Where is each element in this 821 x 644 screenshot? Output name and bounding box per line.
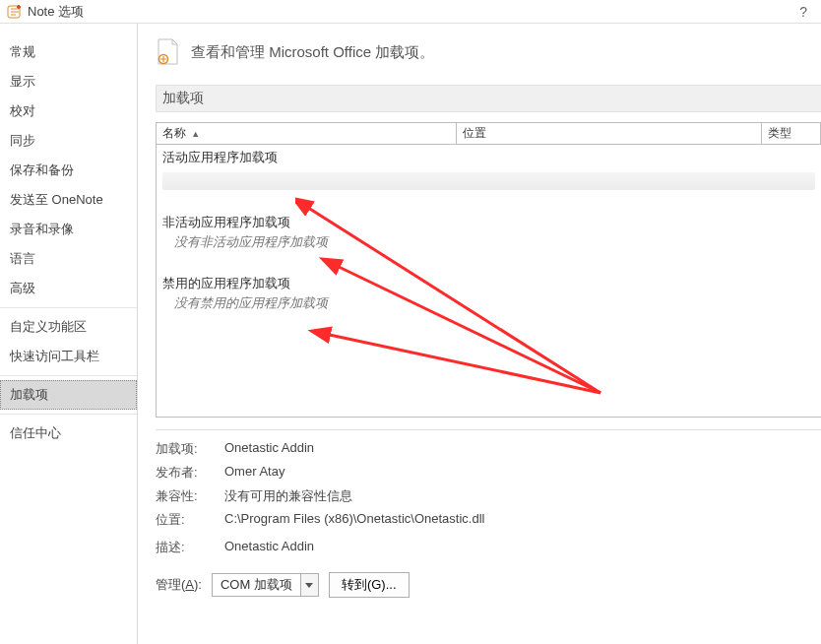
- detail-value-publisher: Omer Atay: [224, 464, 284, 482]
- detail-label-addin: 加载项:: [156, 440, 224, 458]
- manage-combo-value: COM 加载项: [213, 576, 300, 594]
- sidebar-item-trust-center[interactable]: 信任中心: [0, 419, 137, 448]
- section-title-addins: 加载项: [156, 85, 821, 112]
- column-header-name-label: 名称: [162, 126, 186, 140]
- manage-combo[interactable]: COM 加载项: [212, 573, 319, 597]
- column-header-location[interactable]: 位置: [457, 123, 762, 144]
- addins-header-icon: [156, 37, 181, 67]
- sidebar-item-customize-ribbon[interactable]: 自定义功能区: [0, 312, 137, 342]
- sidebar-separator: [0, 375, 137, 376]
- detail-value-compat: 没有可用的兼容性信息: [224, 487, 352, 505]
- sidebar-item-audio-video[interactable]: 录音和录像: [0, 215, 137, 244]
- window-title: Note 选项: [28, 3, 84, 21]
- table-header: 名称 ▲ 位置 类型: [157, 123, 821, 145]
- page-subtitle: 查看和管理 Microsoft Office 加载项。: [191, 43, 434, 62]
- sidebar-separator: [0, 414, 137, 415]
- sidebar-item-addins[interactable]: 加载项: [0, 380, 137, 410]
- sidebar-item-quick-access[interactable]: 快速访问工具栏: [0, 342, 137, 371]
- sidebar-separator: [0, 307, 137, 308]
- manage-label: 管理(A):: [156, 576, 202, 594]
- manage-label-pre: 管理(: [156, 577, 185, 592]
- sidebar-item-general[interactable]: 常规: [0, 37, 137, 67]
- manage-label-post: ):: [194, 577, 202, 592]
- addins-table: 名称 ▲ 位置 类型 活动应用程序加载项 非活动应用程序加载项 没有非活动应用程…: [156, 122, 821, 418]
- detail-label-compat: 兼容性:: [156, 487, 224, 505]
- detail-label-location: 位置:: [156, 511, 224, 529]
- sidebar-item-send-onenote[interactable]: 发送至 OneNote: [0, 185, 137, 215]
- main-panel: 查看和管理 Microsoft Office 加载项。 加载项 名称 ▲ 位置 …: [138, 24, 821, 644]
- chevron-down-icon[interactable]: [300, 574, 318, 596]
- sidebar-item-language[interactable]: 语言: [0, 244, 137, 274]
- sidebar: 常规 显示 校对 同步 保存和备份 发送至 OneNote 录音和录像 语言 高…: [0, 24, 138, 644]
- sort-asc-icon: ▲: [191, 129, 200, 139]
- manage-label-hotkey: A: [185, 577, 194, 592]
- footer-controls: 管理(A): COM 加载项 转到(G)...: [156, 572, 821, 598]
- group-active-header: 活动应用程序加载项: [162, 149, 815, 166]
- column-header-name[interactable]: 名称 ▲: [157, 123, 457, 144]
- sidebar-item-sync[interactable]: 同步: [0, 126, 137, 156]
- app-icon: [6, 3, 24, 21]
- titlebar: Note 选项 ?: [0, 0, 821, 24]
- detail-label-publisher: 发布者:: [156, 464, 224, 482]
- addin-details: 加载项: Onetastic Addin 发布者: Omer Atay 兼容性:…: [156, 429, 821, 556]
- sidebar-item-advanced[interactable]: 高级: [0, 274, 137, 303]
- addin-row-redacted[interactable]: [162, 172, 815, 190]
- group-inactive-empty: 没有非活动应用程序加载项: [174, 233, 815, 251]
- detail-value-addin: Onetastic Addin: [224, 440, 314, 458]
- detail-label-description: 描述:: [156, 539, 224, 556]
- sidebar-item-display[interactable]: 显示: [0, 67, 137, 97]
- group-disabled-header: 禁用的应用程序加载项: [162, 275, 815, 292]
- help-button[interactable]: ?: [791, 4, 815, 20]
- sidebar-item-save-backup[interactable]: 保存和备份: [0, 156, 137, 185]
- sidebar-item-proofing[interactable]: 校对: [0, 97, 137, 126]
- group-disabled-empty: 没有禁用的应用程序加载项: [174, 294, 815, 312]
- column-header-type[interactable]: 类型: [762, 123, 821, 144]
- group-inactive-header: 非活动应用程序加载项: [162, 214, 815, 231]
- go-button[interactable]: 转到(G)...: [329, 572, 410, 598]
- detail-value-location: C:\Program Files (x86)\Onetastic\Onetast…: [224, 511, 484, 529]
- detail-value-description: Onetastic Addin: [224, 539, 314, 556]
